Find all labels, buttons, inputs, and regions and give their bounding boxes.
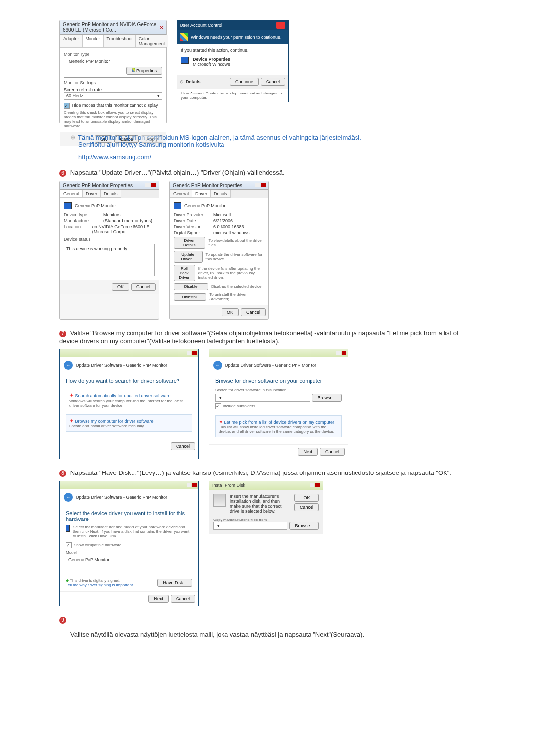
cancel-button[interactable]: Cancel	[320, 448, 345, 456]
tab-troubleshoot[interactable]: Troubleshoot	[103, 35, 136, 47]
tab-details[interactable]: Details	[210, 190, 231, 198]
close-icon[interactable]	[261, 183, 266, 187]
close-icon[interactable]	[192, 483, 197, 487]
cancel-button[interactable]: Cancel	[171, 442, 195, 450]
monitor-properties-dialog: Generic PnP Monitor and NVIDIA GeForce 6…	[59, 20, 167, 124]
install-msg: Insert the manufacturer's installation d…	[230, 494, 290, 514]
tab-monitor[interactable]: Monitor	[82, 35, 104, 47]
wizard-heading: Browse for driver software on your compu…	[215, 378, 342, 384]
search-label: Search for driver software in this locat…	[215, 388, 342, 392]
device-name: Generic PnP Monitor	[184, 203, 225, 208]
hide-modes-desc: Clearing this check box allows you to se…	[64, 110, 162, 128]
include-subfolders-checkbox[interactable]: ✓	[215, 403, 221, 409]
minimize-icon[interactable]	[187, 483, 191, 487]
device-status-box: This device is working properly.	[64, 244, 155, 276]
close-icon[interactable]	[151, 183, 156, 187]
step8-text: Napsauta "Have Disk…"(Levy…) ja valitse …	[70, 469, 451, 476]
minimize-icon[interactable]	[187, 351, 191, 355]
driver-props-general: Generic PnP Monitor Properties General D…	[59, 181, 159, 320]
cancel-button[interactable]: Cancel	[261, 78, 285, 86]
shield-icon	[180, 33, 188, 41]
wizard-select-driver: ←Update Driver Software - Generic PnP Mo…	[59, 481, 199, 606]
continue-button[interactable]: Continue	[230, 78, 259, 86]
dialog-title: Generic PnP Monitor Properties	[173, 183, 242, 188]
cancel-button[interactable]: Cancel	[294, 503, 319, 511]
cancel-button[interactable]: Cancel	[171, 595, 195, 603]
opt-pick-from-list[interactable]: ✦ Let me pick from a list of device driv…	[215, 415, 342, 437]
browse-button[interactable]: Browse...	[312, 394, 342, 402]
monitor-icon	[174, 202, 181, 209]
opt-search-auto[interactable]: ✦ Search automatically for updated drive…	[66, 389, 192, 411]
driver-action-button[interactable]: Disable	[174, 283, 208, 290]
have-disk-button[interactable]: Have Disk...	[157, 579, 192, 587]
properties-button[interactable]: Properties	[126, 67, 162, 75]
path-combo[interactable]: ▾	[215, 394, 310, 402]
chevron-down-icon[interactable]: ⊙	[180, 79, 184, 84]
monitor-icon	[66, 525, 70, 532]
wizard-title: Update Driver Software - Generic PnP Mon…	[225, 363, 316, 368]
dialog-title: Install From Disk	[212, 483, 245, 488]
refresh-dropdown[interactable]: 60 Hertz▾	[64, 92, 162, 100]
close-icon[interactable]: ✕	[159, 25, 163, 30]
close-icon[interactable]	[192, 351, 197, 355]
wizard-heading: How do you want to search for driver sof…	[66, 378, 192, 384]
show-compat-checkbox[interactable]: ✓	[66, 542, 72, 548]
opt-browse-computer[interactable]: ✦ Browse my computer for driver software…	[66, 414, 192, 432]
back-icon[interactable]: ←	[213, 361, 222, 370]
model-list[interactable]: Generic PnP Monitor	[66, 555, 192, 574]
step-badge-6: 6	[59, 170, 66, 177]
tab-details[interactable]: Details	[100, 190, 121, 198]
tab-color[interactable]: Color Management	[135, 35, 169, 47]
cancel-button[interactable]: Cancel	[131, 283, 156, 291]
signing-link[interactable]: Tell me why driver signing is important	[66, 583, 133, 587]
hide-modes-checkbox[interactable]: ✓	[64, 103, 70, 109]
uac-title: User Account Control	[180, 23, 222, 28]
wizard-title: Update Driver Software - Generic PnP Mon…	[76, 495, 167, 500]
driver-action-button[interactable]: Driver Details	[174, 237, 205, 249]
driver-action-button[interactable]: Uninstall	[174, 293, 206, 301]
dialog-title: Generic PnP Monitor Properties	[63, 183, 133, 188]
ok-button[interactable]: OK	[222, 308, 239, 316]
minimize-icon[interactable]	[336, 351, 341, 355]
next-button[interactable]: Next	[298, 448, 318, 456]
ok-button[interactable]: OK	[112, 283, 129, 291]
driver-action-button[interactable]: Roll Back Driver	[174, 265, 195, 281]
apply-button[interactable]: Apply	[141, 135, 163, 143]
dialog-title: Generic PnP Monitor and NVIDIA GeForce 6…	[63, 22, 159, 33]
uac-footer-note: User Account Control helps stop unauthor…	[177, 89, 288, 102]
details-expander[interactable]: Details	[186, 79, 201, 84]
browse-button[interactable]: Browse...	[289, 522, 319, 530]
close-icon[interactable]	[276, 22, 285, 29]
samsung-link[interactable]: http://www.samsung.com/	[78, 153, 151, 161]
minimize-icon[interactable]	[145, 183, 150, 187]
step-badge-9: 9	[59, 617, 66, 624]
minimize-icon[interactable]	[255, 183, 260, 187]
tab-adapter[interactable]: Adapter	[60, 35, 83, 47]
install-from-disk-dialog: Install From Disk Insert the manufacture…	[209, 481, 323, 534]
uac-heading: Windows needs your permission to contion…	[191, 35, 282, 40]
wizard-search: ←Update Driver Software - Generic PnP Mo…	[59, 349, 199, 459]
next-button[interactable]: Next	[148, 595, 169, 603]
close-icon[interactable]	[315, 483, 320, 487]
tab-driver[interactable]: Driver	[82, 190, 101, 198]
note-icon: ※	[70, 134, 76, 141]
back-icon[interactable]: ←	[64, 361, 73, 370]
note-line2: Sertifioitu ajuri löytyy Samsung monitor…	[78, 141, 475, 148]
tab-general[interactable]: General	[170, 190, 192, 198]
tab-driver[interactable]: Driver	[192, 190, 211, 198]
path-combo[interactable]: ▾	[213, 522, 287, 530]
step9-text: Valitse näytöllä olevasta näyttöjen luet…	[70, 631, 475, 638]
tab-general[interactable]: General	[60, 190, 83, 198]
note-line1: Tämä monitorin ajuri on sertifioidun MS-…	[78, 134, 361, 141]
minimize-icon[interactable]	[310, 483, 314, 487]
monitor-settings-heading: Monitor Settings	[64, 80, 162, 85]
monitor-type-value: Generic PnP Monitor	[69, 59, 162, 64]
driver-action-button[interactable]: Update Driver...	[174, 251, 203, 263]
model-header: Model	[66, 550, 192, 555]
monitor-type-heading: Monitor Type	[64, 52, 162, 57]
back-icon[interactable]: ←	[64, 493, 73, 502]
close-icon[interactable]	[342, 351, 346, 355]
ok-button[interactable]: OK	[294, 494, 319, 502]
device-status-label: Device status	[64, 237, 155, 242]
cancel-button[interactable]: Cancel	[241, 308, 266, 316]
